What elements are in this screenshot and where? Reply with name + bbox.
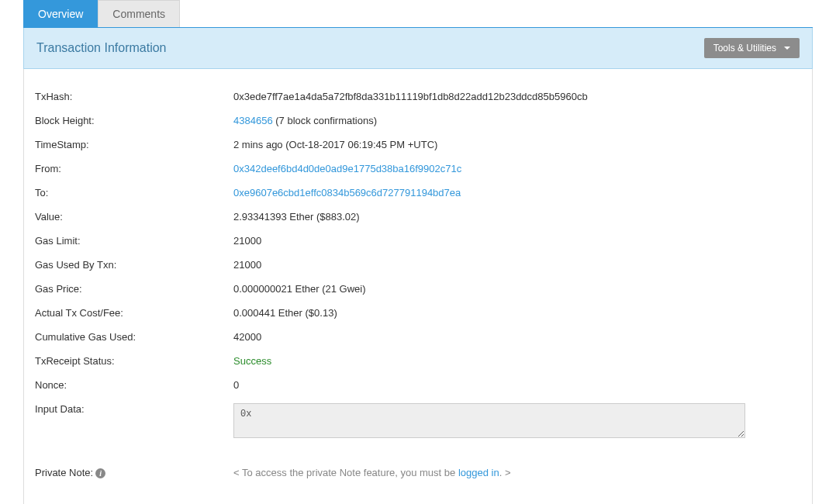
label-input-data: Input Data: [33,403,233,415]
label-block-height: Block Height: [33,115,233,126]
info-icon: i [95,468,105,478]
row-input-data: Input Data: 0x [33,397,803,447]
link-from-address[interactable]: 0x342deef6bd4d0de0ad9e1775d38ba16f9902c7… [233,163,461,174]
input-data-textarea[interactable]: 0x [233,403,745,438]
value-gas-used: 21000 [233,259,803,271]
row-to: To: 0xe9607e6cbd1effc0834b569c6d72779119… [33,181,803,205]
label-private-note: Private Note:i [33,467,233,478]
value-cumulative-gas: 42000 [233,331,803,343]
value-ether: 2.93341393 Ether ($883.02) [233,211,803,223]
tab-comments[interactable]: Comments [98,0,180,27]
row-block-height: Block Height: 4384656 (7 block confirmat… [33,109,803,133]
value-to: 0xe9607e6cbd1effc0834b569c6d727791194bd7… [233,187,803,198]
value-actual-cost: 0.000441 Ether ($0.13) [233,307,803,319]
label-receipt-status: TxReceipt Status: [33,355,233,367]
tools-utilities-button[interactable]: Tools & Utilities [704,38,800,58]
value-private-note: < To access the private Note feature, yo… [233,467,803,478]
value-nonce: 0 [233,379,803,391]
row-gas-limit: Gas Limit: 21000 [33,229,803,253]
row-receipt-status: TxReceipt Status: Success [33,349,803,373]
page-title: Transaction Information [36,41,166,55]
value-timestamp: 2 mins ago (Oct-18-2017 06:19:45 PM +UTC… [233,139,803,150]
value-gas-limit: 21000 [233,235,803,247]
link-to-address[interactable]: 0xe9607e6cbd1effc0834b569c6d727791194bd7… [233,187,461,198]
row-timestamp: TimeStamp: 2 mins ago (Oct-18-2017 06:19… [33,133,803,157]
label-value: Value: [33,211,233,223]
row-from: From: 0x342deef6bd4d0de0ad9e1775d38ba16f… [33,157,803,181]
link-logged-in[interactable]: logged in [458,467,499,478]
value-block-height: 4384656 (7 block confirmations) [233,115,803,126]
label-to: To: [33,187,233,198]
block-confirmations-text: (7 block confirmations) [273,115,377,126]
row-nonce: Nonce: 0 [33,373,803,397]
value-receipt-status: Success [233,355,803,367]
row-txhash: TxHash: 0x3ede7ff7ae1a4da5a72fbf8da331b1… [33,85,803,109]
private-note-prefix: < To access the private Note feature, yo… [233,467,458,478]
tools-button-label: Tools & Utilities [713,43,776,54]
row-gas-price: Gas Price: 0.000000021 Ether (21 Gwei) [33,277,803,301]
row-actual-cost: Actual Tx Cost/Fee: 0.000441 Ether ($0.1… [33,301,803,325]
label-gas-limit: Gas Limit: [33,235,233,247]
label-cumulative-gas: Cumulative Gas Used: [33,331,233,343]
private-note-suffix: . > [499,467,511,478]
panel-header: Transaction Information Tools & Utilitie… [23,28,813,69]
value-txhash: 0x3ede7ff7ae1a4da5a72fbf8da331b11119bf1d… [233,91,803,102]
row-cumulative-gas: Cumulative Gas Used: 42000 [33,325,803,349]
tab-overview[interactable]: Overview [23,0,98,27]
label-nonce: Nonce: [33,379,233,391]
label-txhash: TxHash: [33,91,233,102]
label-from: From: [33,163,233,174]
label-gas-used: Gas Used By Txn: [33,259,233,271]
caret-down-icon [784,47,790,50]
row-value: Value: 2.93341393 Ether ($883.02) [33,205,803,229]
row-private-note: Private Note:i < To access the private N… [33,461,803,485]
label-gas-price: Gas Price: [33,283,233,295]
value-gas-price: 0.000000021 Ether (21 Gwei) [233,283,803,295]
tab-bar: Overview Comments [23,0,813,28]
panel-body: TxHash: 0x3ede7ff7ae1a4da5a72fbf8da331b1… [23,69,813,504]
link-block-number[interactable]: 4384656 [233,115,273,126]
label-actual-cost: Actual Tx Cost/Fee: [33,307,233,319]
value-from: 0x342deef6bd4d0de0ad9e1775d38ba16f9902c7… [233,163,803,174]
row-gas-used: Gas Used By Txn: 21000 [33,253,803,277]
label-timestamp: TimeStamp: [33,139,233,150]
